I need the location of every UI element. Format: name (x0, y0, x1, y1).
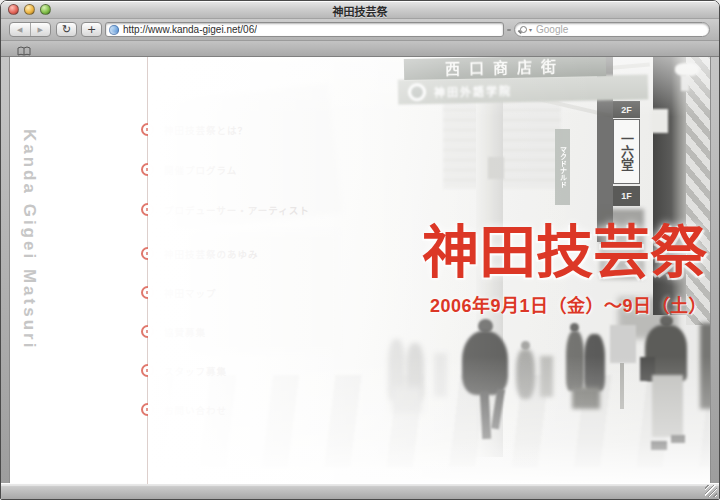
pedestrian-figure (566, 331, 584, 391)
add-bookmark-button[interactable]: + (81, 22, 102, 37)
photo-street-signboard (610, 325, 636, 363)
search-dropdown-icon[interactable]: ▾ (529, 26, 532, 33)
photo-floor-sign-1f: 1F (613, 186, 640, 206)
web-page: Kanda Gigei Matsuri 神田技芸祭とは？ 開催プログラム プロデ… (10, 57, 710, 484)
search-icon (520, 26, 527, 33)
menu-label: プロデューサー・アーティスト (164, 203, 310, 217)
event-title: 神田技芸祭 (422, 224, 707, 281)
bullet-icon (141, 325, 154, 338)
menu-guide-line (147, 57, 148, 484)
menu-item-program[interactable]: 開催プログラム (141, 163, 237, 176)
menu-item-sponsor[interactable]: 協賛募集 (141, 325, 206, 338)
photo-right-building (686, 57, 710, 325)
bullet-icon (141, 286, 154, 299)
pedestrian-figure (516, 349, 535, 399)
window-right-edge (710, 57, 719, 484)
reload-icon: ↻ (62, 24, 71, 35)
pedestrian-figure (540, 356, 553, 397)
resize-grip[interactable] (705, 485, 717, 497)
status-bar (1, 483, 719, 499)
pedestrian-figure (572, 387, 600, 409)
bullet-icon (141, 364, 154, 377)
photo-crosswalk-stripes (148, 375, 710, 467)
history-nav-group: ◀ ▶ (9, 22, 51, 37)
address-bar[interactable]: http://www.kanda-gigei.net/06/ (105, 22, 504, 37)
pedestrian-figure (570, 323, 579, 332)
menu-label: 開催プログラム (164, 163, 237, 177)
photo-sign-pole (620, 363, 624, 409)
menu-item-contact[interactable]: お問い合わせ (141, 403, 227, 416)
event-date: 2006年9月1日（金）〜9日（土） (430, 291, 707, 317)
browser-window: 神田技芸祭 ◀ ▶ ↻ + http://www.kanda-gigei.net… (0, 0, 720, 500)
photo-vertical-sign-ichirokudo: 一六堂 (613, 119, 640, 184)
url-text: http://www.kanda-gigei.net/06/ (123, 24, 257, 35)
content-area: Kanda Gigei Matsuri 神田技芸祭とは？ 開催プログラム プロデ… (1, 57, 719, 484)
bullet-icon (141, 163, 154, 176)
pedestrian-figure (651, 441, 667, 450)
photo-street-lamp (651, 109, 668, 133)
menu-item-staff[interactable]: スタッフ募集 (141, 364, 227, 377)
menu-label: スタッフ募集 (164, 364, 227, 378)
title-bar[interactable]: 神田技芸祭 (1, 1, 719, 19)
browser-toolbar: ◀ ▶ ↻ + http://www.kanda-gigei.net/06/ ▾… (1, 19, 719, 41)
menu-item-history[interactable]: 神田技芸祭のあゆみ (141, 247, 259, 260)
menu-item-map[interactable]: 神田マップ (141, 286, 217, 299)
menu-label: 神田技芸祭のあゆみ (164, 247, 259, 261)
photo-street-lamp (681, 75, 689, 91)
search-field[interactable]: ▾ Google (514, 22, 710, 37)
menu-item-producer-artist[interactable]: プロデューサー・アーティスト (141, 203, 310, 216)
bullet-icon (141, 247, 154, 260)
reload-button[interactable]: ↻ (56, 22, 77, 37)
bullet-icon (141, 203, 154, 216)
menu-label: 神田マップ (164, 286, 217, 300)
pedestrian-figure (700, 323, 710, 409)
menu-label: 協賛募集 (164, 325, 206, 339)
menu-item-about[interactable]: 神田技芸祭とは？ (141, 123, 248, 136)
pedestrian-figure (652, 375, 683, 437)
pedestrian-figure (584, 334, 605, 391)
photo-vertical-sign-mcdonalds: マクドナルド (555, 129, 570, 205)
bullet-icon (141, 403, 154, 416)
vertical-site-title: Kanda Gigei Matsuri (19, 129, 39, 421)
sign-text: 神田外語学院 (434, 82, 512, 100)
pedestrian-figure (462, 331, 508, 395)
photo-floor-sign-2f: 2F (613, 101, 640, 118)
forward-button[interactable]: ▶ (31, 23, 51, 36)
globe-favicon-icon (109, 25, 119, 35)
menu-label: 神田技芸祭とは？ (164, 123, 248, 137)
pedestrian-figure (434, 353, 447, 397)
photo-speaker-box (488, 157, 504, 179)
back-arrow-icon: ◀ (17, 26, 22, 34)
search-placeholder: Google (536, 24, 568, 35)
back-button[interactable]: ◀ (10, 23, 31, 36)
bookmarks-bar[interactable] (1, 41, 719, 57)
pedestrian-figure (392, 387, 422, 413)
pedestrian-figure (671, 435, 685, 443)
field-divider-handle[interactable] (507, 29, 511, 31)
bullet-icon (141, 123, 154, 136)
menu-label: お問い合わせ (164, 403, 227, 417)
window-title: 神田技芸祭 (1, 3, 719, 19)
pedestrian-figure (521, 341, 530, 350)
school-logo-icon (408, 83, 426, 101)
forward-arrow-icon: ▶ (38, 26, 43, 34)
sign-text: 西口商店街 (445, 57, 565, 78)
window-left-edge (1, 57, 10, 484)
plus-icon: + (87, 24, 96, 35)
hero-street-photo: 西口商店街 神田外語学院 マクドナルド 2F 一六堂 1F (148, 57, 710, 484)
